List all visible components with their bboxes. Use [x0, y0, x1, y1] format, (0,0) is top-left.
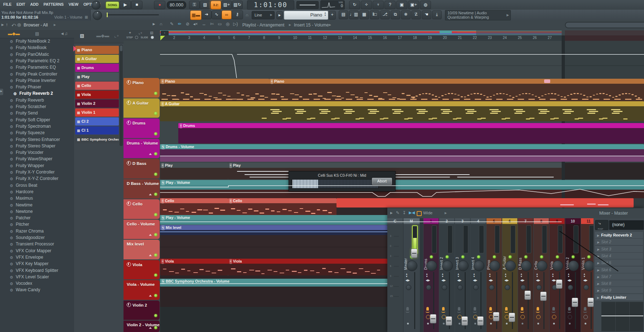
- pan-knob[interactable]: [568, 260, 579, 271]
- swap-vertical-icon[interactable]: ▲▼: [489, 273, 491, 278]
- mixer-strip-viola[interactable]: 9Viola▲▼◀▶: [549, 218, 565, 332]
- volume-fader[interactable]: [587, 298, 594, 307]
- clip-play1[interactable]: ≡Play: [160, 163, 228, 179]
- swap-horizontal-icon[interactable]: ◀▶: [567, 279, 572, 282]
- slide-toggle[interactable]: [151, 36, 154, 39]
- slide-link-icon[interactable]: ⌞∘: [139, 31, 142, 35]
- pattern-play[interactable]: ▤Play: [75, 73, 119, 81]
- browser-item-fruity-scratcher[interactable]: ⚙Fruity Scratcher: [0, 103, 74, 110]
- clip-bbcvol[interactable]: ∿BBC Symphony Orchestra - Volume: [160, 279, 387, 287]
- picker-tab-patterns-icon[interactable]: ▧: [80, 33, 84, 38]
- browser-item-fruity-x-y-controller[interactable]: ⚙Fruity X-Y Controller: [0, 169, 74, 175]
- clip-viola2[interactable]: ≡Viola: [228, 259, 387, 275]
- clip-viola1[interactable]: ≡Viola: [160, 259, 228, 275]
- volume-fader[interactable]: [524, 290, 531, 300]
- playlist-menu-icon[interactable]: ▶: [150, 20, 158, 28]
- stereo-sep-knob[interactable]: [536, 285, 542, 290]
- main-volume-knob[interactable]: [92, 1, 101, 10]
- pan-knob[interactable]: [458, 260, 469, 271]
- swap-vertical-icon[interactable]: ▲▼: [457, 273, 460, 278]
- track-collapse-icon[interactable]: [149, 153, 152, 155]
- track-collapse-icon[interactable]: [149, 295, 152, 297]
- pan-knob[interactable]: [521, 260, 532, 271]
- channel-rack-icon[interactable]: ▦: [359, 10, 369, 19]
- pan-knob[interactable]: [584, 260, 595, 271]
- tab-files-icon[interactable]: ▤: [35, 31, 39, 36]
- channel-enable-led[interactable]: [587, 255, 590, 258]
- channel-number[interactable]: 2: [439, 218, 454, 224]
- select-dot[interactable]: [490, 323, 492, 324]
- clip-mixlevel[interactable]: ∿Mix level: [160, 225, 387, 235]
- channel-enable-led[interactable]: [556, 255, 559, 258]
- overview-scroll-left-button[interactable]: ‹: [161, 31, 169, 36]
- select-dot[interactable]: [407, 323, 409, 324]
- latency-clock-icon[interactable]: [473, 315, 478, 319]
- track-header-a-guitar[interactable]: …A Guitar: [124, 98, 160, 118]
- song-mode-toggle[interactable]: SONG: [106, 1, 119, 9]
- abort-button[interactable]: Abort: [372, 177, 392, 185]
- arm-record-icon[interactable]: [474, 307, 476, 311]
- mixer-icon[interactable]: ‖□: [370, 10, 379, 19]
- select-dot[interactable]: [427, 323, 429, 324]
- pan-knob[interactable]: [537, 260, 547, 271]
- paint-tool-icon[interactable]: ✏: [176, 20, 184, 28]
- browser-item-fruity-stereo-shaper[interactable]: ⚙Fruity Stereo Shaper: [0, 143, 74, 149]
- stereo-sep-knob[interactable]: [584, 285, 589, 290]
- fx-slot-8[interactable]: ▶Slot 8: [595, 280, 643, 287]
- swap-horizontal-icon[interactable]: ◀▶: [441, 279, 446, 282]
- magnet-icon[interactable]: ∩: [246, 13, 249, 18]
- browser-item-fruity-parametric-eq[interactable]: ⚙Fruity Parametric EQ: [0, 64, 74, 70]
- slot-arrow-icon[interactable]: ▶: [597, 255, 599, 258]
- save-new-version-icon[interactable]: ▣+: [408, 1, 419, 9]
- browser-item-gross-beat[interactable]: ⚙Gross Beat: [0, 182, 74, 189]
- volume-fader[interactable]: [493, 312, 499, 321]
- draw-tool-icon[interactable]: ✎: [168, 20, 176, 28]
- pan-knob[interactable]: [407, 260, 417, 271]
- arm-record-icon[interactable]: [458, 307, 460, 311]
- pattern-song-grid-button[interactable]: ▦▬: [190, 10, 202, 20]
- swap-vertical-icon[interactable]: ▲▼: [426, 273, 428, 278]
- browser-item-pitcher[interactable]: ⚙Pitcher: [0, 221, 74, 228]
- picker-scrollbar[interactable]: [120, 45, 123, 146]
- pattern-bbc-symphony-orchestra[interactable]: ▤BBC Symphony Orchestra: [75, 135, 119, 143]
- pan-knob[interactable]: [426, 260, 437, 271]
- channel-number[interactable]: 9: [549, 218, 565, 224]
- track-enable-led[interactable]: [154, 294, 157, 297]
- mixer-strip-drums[interactable]: 1Drums▲▼◀▶: [423, 218, 439, 332]
- arm-record-icon[interactable]: [521, 307, 523, 311]
- swap-horizontal-icon[interactable]: ◀▶: [552, 279, 556, 282]
- horizontal-scrollbar[interactable]: [565, 22, 644, 28]
- pattern-add-button[interactable]: +: [329, 11, 336, 20]
- channel-number[interactable]: 4: [471, 218, 486, 224]
- browser-item-fruity-stereo-enhancer[interactable]: ⚙Fruity Stereo Enhancer: [0, 136, 74, 143]
- track-enable-led[interactable]: [154, 314, 157, 317]
- slot-arrow-icon[interactable]: ▶: [597, 269, 599, 272]
- browser-item-fruity-spectroman[interactable]: ⚙Fruity Spectroman: [0, 123, 74, 130]
- mixer-strip-a-guitar[interactable]: 6A Guitar▲▼◀▶: [502, 218, 518, 332]
- mixer-strip-insert-4[interactable]: 4Insert 4▲▼◀▶: [471, 218, 486, 332]
- swap-horizontal-icon[interactable]: ◀▶: [489, 279, 493, 282]
- pan-knob[interactable]: [442, 260, 453, 271]
- track-grip[interactable]: …: [140, 158, 143, 161]
- mixer-strip-insert-3[interactable]: 3Insert 3▲▼◀▶: [455, 218, 470, 332]
- browser-item-fruity-reeverb-2[interactable]: ⚙Fruity Reeverb 2: [0, 90, 74, 97]
- browser-item-soundgoodizer[interactable]: ⚙Soundgoodizer: [0, 234, 74, 241]
- channel-enable-led[interactable]: [477, 255, 480, 258]
- fx-slot-1[interactable]: ▶Fruity Reeverb 2: [595, 232, 643, 239]
- volume-fader[interactable]: [461, 316, 468, 326]
- tab-plugins-icon[interactable]: ◄♫: [60, 31, 68, 36]
- loop-record-icon[interactable]: ▧↻: [232, 1, 243, 9]
- channel-number[interactable]: 5: [486, 218, 502, 224]
- track-enable-led[interactable]: [154, 132, 157, 135]
- swap-horizontal-icon[interactable]: ◀▶: [504, 279, 509, 282]
- browser-selected-marker[interactable]: ▶: [0, 89, 3, 95]
- mixer-strip-piano[interactable]: 5PIano▲▼◀▶: [486, 218, 502, 332]
- pan-knob[interactable]: [474, 260, 484, 271]
- arm-record-icon[interactable]: [568, 307, 571, 311]
- slot-arrow-icon[interactable]: ▶: [597, 289, 599, 292]
- undo-history-icon[interactable]: ↻: [349, 1, 360, 9]
- pan-knob[interactable]: [489, 260, 500, 271]
- track-header-violin-2-volume[interactable]: …Violin 2 - Volume: [124, 321, 160, 332]
- menu-add[interactable]: ADD: [28, 0, 41, 8]
- track-enable-led[interactable]: [154, 233, 157, 236]
